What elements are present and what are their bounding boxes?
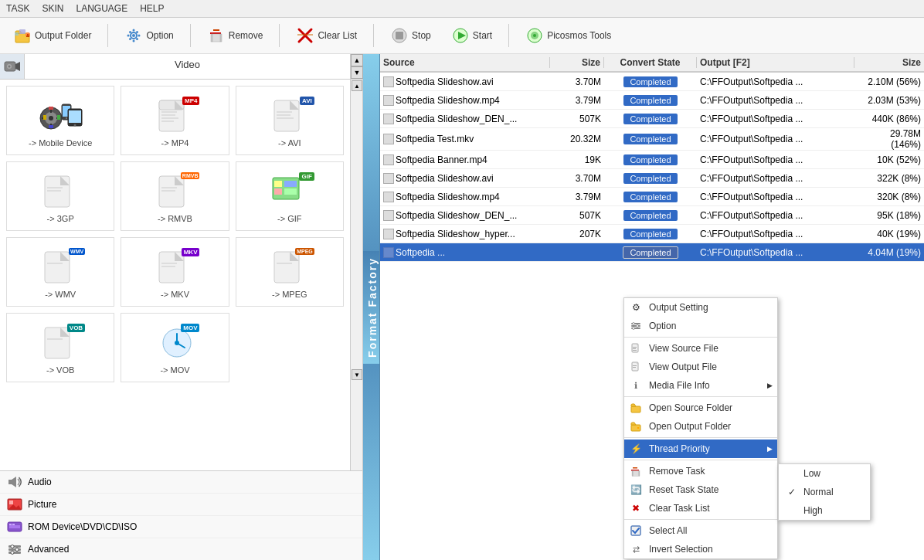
ctx-clear-task-list[interactable]: ✖ Clear Task List xyxy=(624,499,777,518)
row-source: Softpedia Slideshow.mp4 xyxy=(380,95,550,106)
table-row[interactable]: Softpedia Slideshow_DEN_... 507K Complet… xyxy=(380,206,924,225)
table-row[interactable]: Softpedia Slideshow_DEN_... 507K Complet… xyxy=(380,110,924,128)
option-button[interactable]: Option xyxy=(117,22,180,49)
grid-scroll-up[interactable]: ▲ xyxy=(352,80,362,91)
context-menu: ⚙ Output Setting Option xyxy=(623,297,778,559)
select-all-icon xyxy=(629,524,643,538)
format-mp4[interactable]: MP4 -> MP4 xyxy=(121,86,229,155)
priority-low[interactable]: Low xyxy=(779,464,870,483)
svg-rect-79 xyxy=(277,263,292,264)
menu-language[interactable]: LANGUAGE xyxy=(76,3,127,14)
format-mov[interactable]: MOV -> MOV xyxy=(121,313,229,382)
ctx-open-source-folder[interactable]: Open Source Folder xyxy=(624,399,777,417)
svg-rect-119 xyxy=(639,471,640,477)
svg-rect-94 xyxy=(8,545,21,548)
file-icon xyxy=(383,192,394,202)
menu-help[interactable]: HELP xyxy=(140,3,164,14)
priority-high[interactable]: High xyxy=(779,501,870,520)
ctx-view-output[interactable]: View Output File xyxy=(624,358,777,376)
row-output: C:\FFOutput\Softpedia ... xyxy=(697,229,854,239)
picture-icon xyxy=(6,496,23,513)
table-row[interactable]: Softpedia Slideshow.avi 3.70M Completed … xyxy=(380,73,924,91)
svg-rect-95 xyxy=(8,548,21,551)
wmv-label: -> WMV xyxy=(45,290,76,299)
format-gif[interactable]: GIF -> GIF xyxy=(236,161,344,231)
ctx-open-output-folder[interactable]: Open Output Folder xyxy=(624,417,777,436)
ctx-remove-task[interactable]: Remove Task xyxy=(624,462,777,480)
ctx-invert-selection[interactable]: ⇄ Invert Selection xyxy=(624,540,777,558)
row-size: 507K xyxy=(550,210,604,221)
advanced-item[interactable]: Advanced xyxy=(0,538,362,560)
view-output-icon xyxy=(629,360,643,374)
format-mkv[interactable]: MKV -> MKV xyxy=(121,237,229,307)
grid-scroll-down[interactable]: ▼ xyxy=(352,369,362,380)
clear-list-button[interactable]: Clear List xyxy=(289,22,364,49)
row-outsize: 320K (8%) xyxy=(854,192,924,202)
advanced-label: Advanced xyxy=(28,544,69,555)
mp4-label: -> MP4 xyxy=(161,138,189,148)
table-row[interactable]: Softpedia Slideshow.avi 3.70M Completed … xyxy=(380,169,924,188)
svg-rect-48 xyxy=(49,107,53,110)
svg-point-14 xyxy=(136,31,138,33)
menu-task[interactable]: TASK xyxy=(6,3,29,14)
ctx-thread-priority[interactable]: ⚡ Thread Priority xyxy=(624,440,777,458)
rom-device-item[interactable]: ROM Device\DVD\CD\ISO xyxy=(0,516,362,538)
toolbar-divider-2 xyxy=(190,24,191,47)
picture-item[interactable]: Picture xyxy=(0,494,362,516)
table-row[interactable]: Softpedia Slideshow_hyper... 207K Comple… xyxy=(380,225,924,243)
row-size: 20.32M xyxy=(550,134,604,144)
format-mpeg[interactable]: MPEG -> MPEG xyxy=(236,237,344,307)
app: TASK SKIN LANGUAGE HELP Output Folder xyxy=(0,0,924,560)
svg-rect-107 xyxy=(633,347,637,348)
svg-rect-77 xyxy=(161,266,175,267)
svg-point-9 xyxy=(133,40,135,42)
stop-button[interactable]: Stop xyxy=(383,22,438,49)
ctx-option[interactable]: Option xyxy=(624,317,777,335)
output-folder-label: Output Folder xyxy=(35,30,91,41)
picosmos-button[interactable]: Picosmos Tools xyxy=(518,22,618,49)
svg-rect-71 xyxy=(274,188,282,195)
row-state: Completed xyxy=(604,173,697,184)
format-mobile[interactable]: -> Mobile Device xyxy=(6,86,114,155)
priority-normal[interactable]: ✓ Normal xyxy=(779,483,870,501)
gif-label: -> GIF xyxy=(277,214,301,223)
left-bottom-section: Audio Picture xyxy=(0,470,362,560)
ctx-reset-task[interactable]: 🔄 Reset Task State xyxy=(624,480,777,499)
format-vob[interactable]: VOB -> VOB xyxy=(6,313,114,382)
format-wmv[interactable]: WMV -> WMV xyxy=(6,237,114,307)
scroll-up-arrow[interactable]: ▲ xyxy=(351,54,363,66)
output-folder-button[interactable]: Output Folder xyxy=(6,22,98,49)
table-row[interactable]: Softpedia Slideshow.mp4 3.79M Completed … xyxy=(380,188,924,206)
format-rmvb[interactable]: RMVB -> RMVB xyxy=(121,161,229,231)
table-row-selected[interactable]: Softpedia ... Completed C:\FFOutput\Soft… xyxy=(380,243,924,262)
format-3gp[interactable]: -> 3GP xyxy=(6,161,114,231)
svg-rect-51 xyxy=(43,115,46,120)
ctx-output-setting[interactable]: ⚙ Output Setting xyxy=(624,298,777,317)
ctx-media-info[interactable]: ℹ Media File Info xyxy=(624,376,777,395)
svg-point-99 xyxy=(11,552,14,555)
col-header-source: Source xyxy=(380,57,550,68)
file-icon xyxy=(383,229,394,239)
table-row[interactable]: Softpedia Slideshow.mp4 3.79M Completed … xyxy=(380,91,924,110)
svg-point-83 xyxy=(175,341,179,345)
row-state: Completed xyxy=(604,246,697,259)
ctx-view-source[interactable]: View Source File xyxy=(624,339,777,358)
mpeg-icon: MPEG xyxy=(265,248,314,287)
scroll-down-arrow[interactable]: ▼ xyxy=(351,66,363,79)
audio-item[interactable]: Audio xyxy=(0,471,362,494)
col-header-size: Size xyxy=(550,57,604,68)
file-icon xyxy=(383,76,394,87)
format-avi[interactable]: AVI -> AVI xyxy=(236,86,344,155)
start-button[interactable]: Start xyxy=(444,22,499,49)
menu-skin[interactable]: SKIN xyxy=(42,3,63,14)
svg-point-11 xyxy=(138,35,141,37)
remove-button[interactable]: Remove xyxy=(200,22,270,49)
ctx-select-all[interactable]: Select All xyxy=(624,521,777,540)
row-output: C:\FFOutput\Softpedia ... xyxy=(697,95,854,106)
invert-selection-icon: ⇄ xyxy=(629,542,643,556)
wmv-icon: WMV xyxy=(36,248,85,287)
rom-icon xyxy=(6,518,23,535)
table-row[interactable]: Softpedia Banner.mp4 19K Completed C:\FF… xyxy=(380,151,924,169)
start-label: Start xyxy=(473,30,492,41)
table-row[interactable]: Softpedia Test.mkv 20.32M Completed C:\F… xyxy=(380,128,924,151)
